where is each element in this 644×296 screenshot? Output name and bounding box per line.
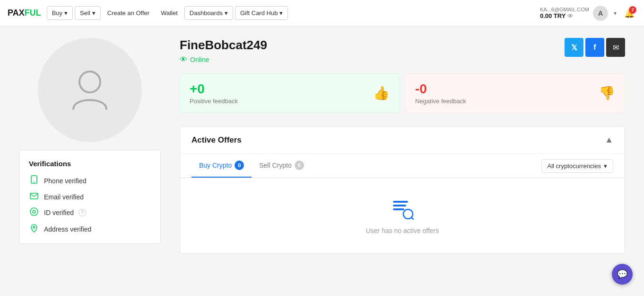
buy-label: Buy <box>52 9 62 17</box>
id-help-icon[interactable]: ? <box>78 209 86 216</box>
positive-feedback-info: +0 Positive feedback <box>190 81 238 105</box>
dashboards-chevron-icon: ▾ <box>225 9 228 17</box>
sell-dropdown[interactable]: Sell ▾ <box>75 6 101 20</box>
sell-crypto-tab[interactable]: Sell Crypto 0 <box>252 154 311 178</box>
buy-crypto-tab-label: Buy Crypto <box>199 161 232 169</box>
positive-feedback-card: +0 Positive feedback 👍 <box>180 73 400 113</box>
balance-visibility-icon[interactable]: 👁 <box>567 13 573 19</box>
no-offers-icon <box>391 197 414 221</box>
dashboards-label: Dashboards <box>190 9 223 17</box>
sell-crypto-tab-badge: 0 <box>295 161 304 170</box>
wallet-link[interactable]: Wallet <box>156 7 183 19</box>
avatar[interactable]: A <box>593 6 608 21</box>
svg-line-11 <box>411 217 413 219</box>
user-balance-row: 0.00 TRY 👁 <box>540 12 589 19</box>
user-info: KA...6@GMAIL.COM 0.00 TRY 👁 <box>540 7 589 19</box>
user-email: KA...6@GMAIL.COM <box>540 7 589 12</box>
negative-feedback-value: -0 <box>415 81 466 97</box>
address-icon <box>29 224 39 234</box>
email-verified-label: Email verified <box>44 193 84 201</box>
negative-feedback-info: -0 Negative feedback <box>415 81 466 105</box>
email-share-button[interactable]: ✉ <box>606 38 625 57</box>
gift-card-hub-chevron-icon: ▾ <box>279 9 283 17</box>
active-offers-card: Active Offers ▲ Buy Crypto 0 Sell Crypto… <box>180 126 625 254</box>
twitter-icon: 𝕏 <box>571 43 577 52</box>
sell-label: Sell <box>80 9 90 17</box>
address-verified-label: Address verified <box>44 225 91 233</box>
tabs-left: Buy Crypto 0 Sell Crypto 0 <box>191 154 312 178</box>
profile-username: FineBobcat249 <box>180 38 267 53</box>
svg-rect-7 <box>393 201 408 203</box>
header-right: KA...6@GMAIL.COM 0.00 TRY 👁 A ▾ 🔔 7 <box>540 6 636 21</box>
offers-title: Active Offers <box>191 135 242 145</box>
sell-chevron-icon: ▾ <box>92 9 96 17</box>
svg-point-6 <box>33 226 35 228</box>
profile-info: FineBobcat249 👁 Online <box>180 38 267 64</box>
avatar-section <box>19 38 161 142</box>
facebook-share-button[interactable]: f <box>585 38 604 57</box>
id-verified-label: ID verified <box>44 209 74 216</box>
svg-point-0 <box>79 72 100 92</box>
verifications-card: Verifications Phone verified Email verif… <box>19 150 161 244</box>
crypto-filter-label: All cryptocurrencies <box>548 162 601 170</box>
user-menu-chevron[interactable]: ▾ <box>612 8 618 18</box>
negative-feedback-label: Negative feedback <box>415 98 466 105</box>
phone-verified-label: Phone verified <box>44 177 87 185</box>
twitter-share-button[interactable]: 𝕏 <box>565 38 583 57</box>
online-status: 👁 Online <box>180 55 267 64</box>
offers-header: Active Offers ▲ <box>180 126 625 154</box>
svg-point-4 <box>30 208 38 215</box>
offers-body: User has no active offers <box>180 178 625 253</box>
phone-icon <box>29 175 39 186</box>
no-offers-text: User has no active offers <box>366 227 439 234</box>
svg-rect-3 <box>30 193 38 199</box>
user-balance: 0.00 TRY <box>540 12 566 19</box>
thumbs-down-icon: 👎 <box>599 85 615 101</box>
email-verified-item: Email verified <box>29 193 151 201</box>
phone-verified-item: Phone verified <box>29 175 151 186</box>
avatar-circle <box>38 38 142 142</box>
sell-crypto-tab-label: Sell Crypto <box>259 161 291 169</box>
online-label: Online <box>190 56 209 63</box>
positive-feedback-label: Positive feedback <box>190 98 238 105</box>
id-icon <box>29 207 39 217</box>
positive-feedback-value: +0 <box>190 81 238 97</box>
verifications-title: Verifications <box>29 160 151 168</box>
id-verified-item: ID verified ? <box>29 207 151 217</box>
buy-crypto-tab-badge: 0 <box>235 161 244 170</box>
gift-card-hub-dropdown[interactable]: Gift Card Hub ▾ <box>235 6 288 20</box>
profile-header: FineBobcat249 👁 Online 𝕏 f ✉ <box>180 38 625 64</box>
online-dot-icon: 👁 <box>180 55 187 64</box>
feedback-row: +0 Positive feedback 👍 -0 Negative feedb… <box>180 73 625 113</box>
notification-badge: 7 <box>629 6 636 14</box>
buy-dropdown[interactable]: Buy ▾ <box>47 6 73 20</box>
facebook-icon: f <box>593 43 596 52</box>
share-buttons: 𝕏 f ✉ <box>565 38 625 57</box>
email-verified-icon <box>29 193 39 201</box>
buy-crypto-tab[interactable]: Buy Crypto 0 <box>191 154 252 178</box>
thumbs-up-icon: 👍 <box>373 85 390 101</box>
svg-rect-8 <box>393 205 406 206</box>
dashboards-dropdown[interactable]: Dashboards ▾ <box>184 6 233 20</box>
svg-rect-9 <box>393 208 404 210</box>
email-share-icon: ✉ <box>613 43 619 52</box>
header: PAXFUL Buy ▾ Sell ▾ Create an Offer Wall… <box>0 0 644 27</box>
right-panel: FineBobcat249 👁 Online 𝕏 f ✉ <box>161 38 625 254</box>
svg-point-2 <box>34 181 35 182</box>
main-content: Verifications Phone verified Email verif… <box>0 27 644 265</box>
notification-bell[interactable]: 🔔 7 <box>622 6 636 20</box>
buy-chevron-icon: ▾ <box>64 9 68 17</box>
negative-feedback-card: -0 Negative feedback 👎 <box>405 73 625 113</box>
left-panel: Verifications Phone verified Email verif… <box>19 38 161 254</box>
gift-card-hub-label: Gift Card Hub <box>240 9 278 17</box>
create-offer-link[interactable]: Create an Offer <box>103 7 154 19</box>
collapse-button[interactable]: ▲ <box>605 135 613 145</box>
person-icon <box>71 69 109 111</box>
logo[interactable]: PAXFUL <box>8 8 41 18</box>
address-verified-item: Address verified <box>29 224 151 234</box>
offers-tabs-row: Buy Crypto 0 Sell Crypto 0 All cryptocur… <box>180 154 625 178</box>
crypto-filter-dropdown[interactable]: All cryptocurrencies ▾ <box>541 159 613 173</box>
crypto-filter-chevron-icon: ▾ <box>604 162 607 170</box>
svg-point-5 <box>33 210 35 213</box>
